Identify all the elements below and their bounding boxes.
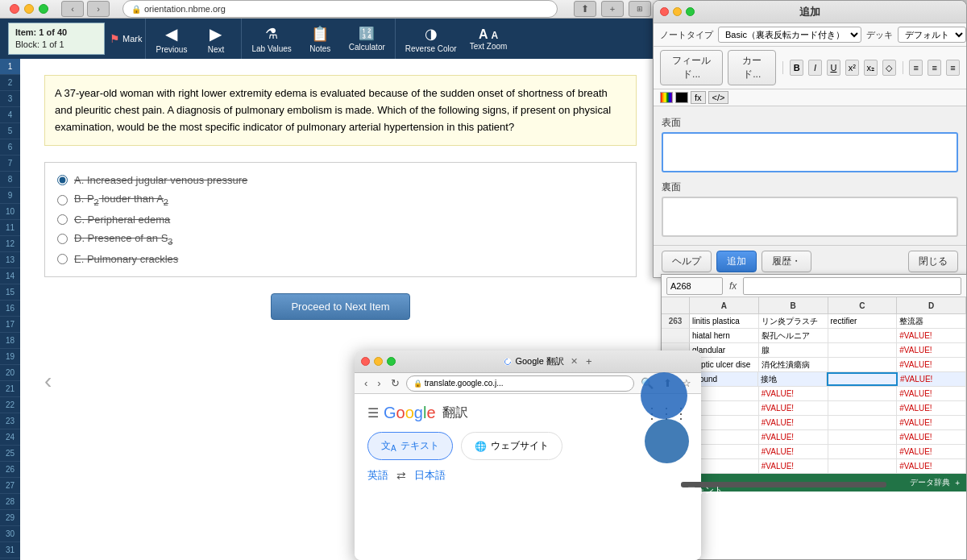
translate-forward-button[interactable]: › (374, 376, 384, 390)
cell-b267[interactable]: 接地 (758, 372, 827, 386)
calculator-button[interactable]: 🔢 Calculator (342, 23, 392, 55)
nav-arrow-left[interactable]: ‹ (44, 368, 52, 394)
cell-c269[interactable] (828, 401, 898, 415)
translate-close-button[interactable] (361, 357, 370, 366)
mark-button[interactable]: ⚑ Mark (110, 32, 142, 45)
list2-button[interactable]: ≡ (928, 60, 941, 76)
cell-c270[interactable] (828, 416, 898, 429)
hamburger-menu[interactable]: ☰ (367, 405, 379, 421)
cell-d273[interactable]: #VALUE! (897, 459, 966, 473)
cell-d264[interactable]: #VALUE! (897, 329, 966, 342)
minimize-button[interactable] (24, 4, 34, 14)
cell-b272[interactable]: #VALUE! (759, 445, 828, 458)
cell-a264[interactable]: hiatal hern (690, 329, 759, 342)
cell-a263[interactable]: linitis plastica (690, 314, 759, 328)
cell-c272[interactable] (828, 445, 898, 458)
back-button[interactable]: ‹ (61, 1, 84, 17)
cell-c267[interactable] (827, 372, 898, 386)
cell-b273[interactable]: #VALUE! (759, 459, 828, 473)
translate-back-button[interactable]: ‹ (361, 376, 371, 390)
cell-d270[interactable]: #VALUE! (897, 416, 966, 429)
cell-c271[interactable] (828, 430, 898, 444)
cell-b268[interactable]: #VALUE! (759, 387, 828, 400)
cell-d266[interactable]: #VALUE! (897, 358, 966, 371)
anki-maximize-button[interactable] (686, 7, 695, 16)
bold-button[interactable]: B (790, 60, 803, 76)
col-d-header[interactable]: D (897, 297, 966, 313)
choice-c[interactable]: C. Peripheral edema (57, 210, 624, 229)
choice-d-radio[interactable] (57, 234, 68, 244)
cell-b263[interactable]: リン炎プラスチ (759, 314, 828, 328)
new-tab-button[interactable]: + (601, 1, 624, 17)
new-tab-icon[interactable]: + (586, 355, 592, 367)
cell-c265[interactable] (828, 343, 898, 357)
underline-button[interactable]: U (827, 60, 840, 76)
translate-minimize-button[interactable] (374, 357, 383, 366)
share-button[interactable]: ⬆ (574, 1, 596, 17)
cell-d265[interactable]: #VALUE! (897, 343, 966, 357)
color-black[interactable] (675, 92, 688, 103)
swap-languages-button[interactable]: ⇄ (396, 469, 406, 482)
cell-d267[interactable]: #VALUE! (898, 372, 966, 386)
history-button[interactable]: 履歴・ (762, 251, 811, 272)
color-spectrum[interactable] (660, 92, 673, 103)
cards-button[interactable]: カード... (728, 50, 776, 85)
col-b-header[interactable]: B (759, 297, 828, 313)
col-a-header[interactable]: A (690, 297, 759, 313)
cell-d268[interactable]: #VALUE! (897, 387, 966, 400)
fields-button[interactable]: フィールド... (660, 50, 723, 85)
address-bar[interactable]: 🔒 orientation.nbme.org (122, 0, 558, 18)
choice-a-radio[interactable] (57, 175, 68, 185)
back-field[interactable] (662, 197, 958, 237)
maximize-button[interactable] (39, 4, 48, 14)
indent-button[interactable]: ≡ (946, 60, 960, 76)
lab-values-button[interactable]: ⚗ Lab Values (245, 22, 297, 56)
fx-button[interactable]: fx (691, 91, 706, 104)
tab-close-icon[interactable]: ✕ (571, 356, 578, 367)
cell-reference-box[interactable]: A268 (666, 277, 723, 295)
cell-d269[interactable]: #VALUE! (897, 401, 966, 415)
cell-b265[interactable]: 腺 (759, 343, 828, 357)
excel-add-sheet[interactable]: + (955, 479, 960, 487)
excel-sheet-tab[interactable]: データ辞典 (910, 477, 950, 488)
cell-d272[interactable]: #VALUE! (897, 445, 966, 458)
choice-b-radio[interactable] (57, 195, 68, 205)
reverse-color-button[interactable]: ◑ Reverse Color (399, 22, 463, 56)
anki-minimize-button[interactable] (673, 7, 682, 16)
col-c-header[interactable]: C (828, 297, 898, 313)
italic-button[interactable]: I (808, 60, 822, 76)
cell-d263[interactable]: 整流器 (897, 314, 966, 328)
forward-button[interactable]: › (87, 1, 110, 17)
target-language-button[interactable]: 日本語 (414, 468, 446, 483)
cell-b264[interactable]: 裂孔ヘルニア (759, 329, 828, 342)
code-button[interactable]: </> (708, 91, 729, 104)
front-field[interactable] (662, 132, 958, 172)
cell-c264[interactable] (828, 329, 898, 342)
formula-input[interactable] (743, 277, 961, 295)
choice-b[interactable]: B. P2 louder than A2 (57, 189, 624, 210)
choice-c-radio[interactable] (57, 214, 68, 225)
notes-button[interactable]: 📋 Notes (298, 22, 342, 56)
erase-button[interactable]: ◇ (882, 60, 896, 76)
anki-close-button[interactable] (660, 7, 669, 16)
translate-url-bar[interactable]: 🔒 translate.google.co.j... (406, 375, 634, 392)
choice-e[interactable]: E. Pulmonary crackles (57, 250, 624, 268)
text-zoom-button[interactable]: A A Text Zoom (463, 24, 514, 54)
subscript-button[interactable]: x₂ (864, 60, 878, 76)
add-button[interactable]: 追加 (716, 251, 757, 272)
cell-c268[interactable] (828, 387, 898, 400)
cell-b270[interactable]: #VALUE! (759, 416, 828, 429)
note-type-select[interactable]: Basic（裏表反転カード付き） (718, 27, 861, 43)
website-translate-button[interactable]: 🌐 ウェブサイト (461, 432, 562, 460)
cell-c263[interactable]: rectifier (828, 314, 898, 328)
choice-d[interactable]: D. Presence of an S3 (57, 229, 624, 250)
cell-c273[interactable] (828, 459, 898, 473)
cell-c266[interactable] (828, 358, 898, 371)
text-translate-button[interactable]: 文A テキスト (367, 432, 453, 460)
cell-b271[interactable]: #VALUE! (759, 430, 828, 444)
previous-button[interactable]: ◀ Previous (149, 21, 193, 57)
close-button[interactable] (10, 4, 19, 14)
cell-b269[interactable]: #VALUE! (759, 401, 828, 415)
cell-d271[interactable]: #VALUE! (897, 430, 966, 444)
choice-e-radio[interactable] (57, 254, 68, 264)
